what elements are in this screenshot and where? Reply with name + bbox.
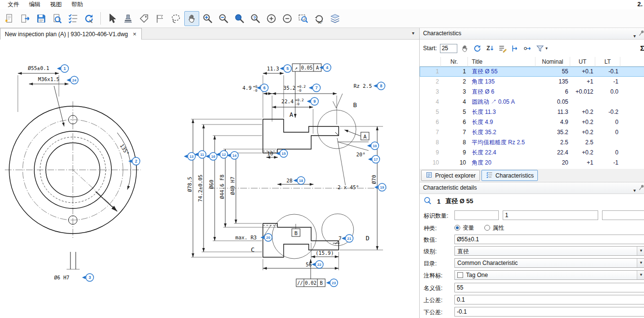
balloon-2[interactable]: 2 <box>128 157 140 165</box>
select-tool-icon[interactable] <box>105 11 120 26</box>
pan-tool-icon[interactable] <box>184 11 199 26</box>
balloon-12[interactable]: 12 <box>216 151 228 158</box>
balloon-13[interactable]: 13 <box>184 152 195 160</box>
cell-nr[interactable]: 1 <box>441 67 466 77</box>
drawing-canvas[interactable]: ↗0.05A//0.02B AB Ø55±0.1M36x1.5135°Ø6 H7… <box>0 40 419 318</box>
characteristic-row-1[interactable]: 11直径 Ø 5555+0.1-0.1 <box>420 67 644 77</box>
balloon-7[interactable]: 7 <box>309 84 320 92</box>
balloon-23[interactable]: 23 <box>326 279 338 287</box>
balloon-21[interactable]: 21 <box>342 235 353 242</box>
cell-ut[interactable]: +1 <box>570 158 593 168</box>
characteristic-row-8[interactable]: 88平均值粗糙度 Rz 2.52.52.5 <box>420 138 644 148</box>
balloon-1[interactable]: 1 <box>57 65 69 72</box>
kind-option-attribute[interactable]: 属性 <box>493 224 504 231</box>
cell-nominal[interactable]: 2.5 <box>535 138 568 148</box>
cell-nr[interactable]: 10 <box>441 158 466 168</box>
cell-ut[interactable]: +0.012 <box>570 87 593 97</box>
balloon-14[interactable]: 14 <box>227 152 238 159</box>
characteristic-row-5[interactable]: 55长度 11.311.3+0.2-0.2 <box>420 107 644 117</box>
cell-index[interactable]: 6 <box>420 117 439 127</box>
cell-index[interactable]: 4 <box>420 97 439 107</box>
menu-item-3[interactable]: 帮助 <box>67 0 88 10</box>
enlarge-icon[interactable] <box>264 11 279 26</box>
sum-icon[interactable]: Σ <box>640 44 644 52</box>
id-count-input-3[interactable] <box>602 210 644 220</box>
filter-icon[interactable] <box>534 42 546 54</box>
flow-out-icon[interactable] <box>509 42 521 54</box>
menu-item-0[interactable]: 文件 <box>3 0 24 10</box>
cell-nr[interactable]: 6 <box>441 117 466 127</box>
cell-index[interactable]: 7 <box>420 127 439 138</box>
zoom-fill-icon[interactable] <box>232 11 247 26</box>
cell-nominal[interactable]: 0.05 <box>535 97 568 107</box>
start-input[interactable] <box>440 44 457 53</box>
cell-lt[interactable]: 0 <box>595 117 618 127</box>
characteristic-row-7[interactable]: 77长度 35.235.2+0.20 <box>420 127 644 138</box>
cell-index[interactable]: 9 <box>420 148 439 158</box>
lasso-tool-icon[interactable] <box>168 11 183 26</box>
flow-in-icon[interactable] <box>522 42 534 54</box>
tab-project-explorer[interactable]: Project explorer <box>421 170 480 181</box>
cell-nominal[interactable]: 22.4 <box>535 148 568 158</box>
cell-nominal[interactable]: 35.2 <box>535 127 568 138</box>
filter-chevron-icon[interactable]: ▾ <box>546 46 548 51</box>
cell-lt[interactable]: -1 <box>595 158 618 168</box>
cell-ut[interactable]: +0.2 <box>570 148 593 158</box>
open-plan-icon[interactable] <box>18 11 33 26</box>
cell-ut[interactable]: +0.2 <box>570 127 593 138</box>
column-header-LT[interactable]: LT <box>595 57 620 67</box>
cell-ut[interactable]: 2.5 <box>570 138 593 148</box>
cell-ut[interactable] <box>570 97 593 107</box>
cell-lt[interactable]: -1 <box>595 77 618 87</box>
cell-index[interactable]: 8 <box>420 138 439 148</box>
tab-list-chevron-icon[interactable]: ▾ <box>412 30 414 36</box>
level-combo[interactable]: 直径 ▼ <box>454 246 644 256</box>
cell-nominal[interactable]: 6 <box>535 87 568 97</box>
catalog-combo-arrow-icon[interactable]: ▼ <box>637 259 644 267</box>
kind-option-variable[interactable]: 变量 <box>463 224 474 231</box>
reduce-icon[interactable] <box>280 11 295 26</box>
cell-lt[interactable]: 0 <box>595 127 618 138</box>
renumber-icon[interactable] <box>472 42 483 54</box>
pin-icon[interactable] <box>638 29 644 38</box>
column-header-Nominal[interactable]: Nominal <box>535 57 570 67</box>
balloon-11[interactable]: 11 <box>194 151 206 158</box>
characteristic-row-2[interactable]: 22角度 135135+1-1 <box>420 77 644 87</box>
pick-hand-icon[interactable] <box>459 42 471 54</box>
check-list-icon[interactable] <box>66 11 81 26</box>
balloon-10[interactable]: 10 <box>367 142 379 150</box>
tag-tool-icon[interactable] <box>137 11 151 26</box>
balloon-24[interactable]: 24 <box>67 76 78 84</box>
cell-nominal[interactable]: 4.9 <box>535 117 568 127</box>
nominal-input[interactable] <box>454 283 644 292</box>
balloon-17[interactable]: 17 <box>368 155 380 163</box>
tag-checkbox[interactable] <box>457 272 463 278</box>
column-header-Nr.[interactable]: Nr. <box>441 57 468 67</box>
catalog-combo[interactable]: Common Characteristic ▼ <box>454 258 644 268</box>
kind-radio-variable[interactable] <box>454 225 460 231</box>
cell-index[interactable]: 10 <box>420 158 439 168</box>
cell-index[interactable]: 3 <box>420 87 439 97</box>
id-count-input-1[interactable] <box>454 210 499 220</box>
balloon-8[interactable]: 8 <box>373 82 385 90</box>
cell-ut[interactable]: +0.2 <box>570 107 593 117</box>
zoom-in-icon[interactable] <box>200 11 215 26</box>
balloon-16[interactable]: 16 <box>206 152 217 160</box>
cell-nominal[interactable]: 11.3 <box>535 107 568 117</box>
cell-index[interactable]: 5 <box>420 107 439 117</box>
id-count-input-2[interactable] <box>503 210 598 220</box>
cell-lt[interactable] <box>595 138 618 148</box>
cell-nominal[interactable]: 135 <box>535 77 568 87</box>
document-tab[interactable]: New inspection plan (A) | 930-1200-406-V… <box>0 28 142 40</box>
cell-ut[interactable]: +1 <box>570 77 593 87</box>
cell-lt[interactable]: -0.1 <box>595 67 618 77</box>
characteristic-row-6[interactable]: 66长度 4.94.9+0.20 <box>420 117 644 127</box>
cell-nominal[interactable]: 20 <box>535 158 568 168</box>
tag-combo[interactable]: Tag One ▼ <box>454 270 644 280</box>
cell-lt[interactable] <box>595 97 618 107</box>
kind-radio-attribute[interactable] <box>484 225 490 231</box>
corner-flag-tool-icon[interactable] <box>152 11 167 26</box>
cell-index[interactable]: 1 <box>420 67 439 77</box>
sort-z-icon[interactable]: Z <box>484 42 496 54</box>
cell-nr[interactable]: 4 <box>441 97 466 107</box>
